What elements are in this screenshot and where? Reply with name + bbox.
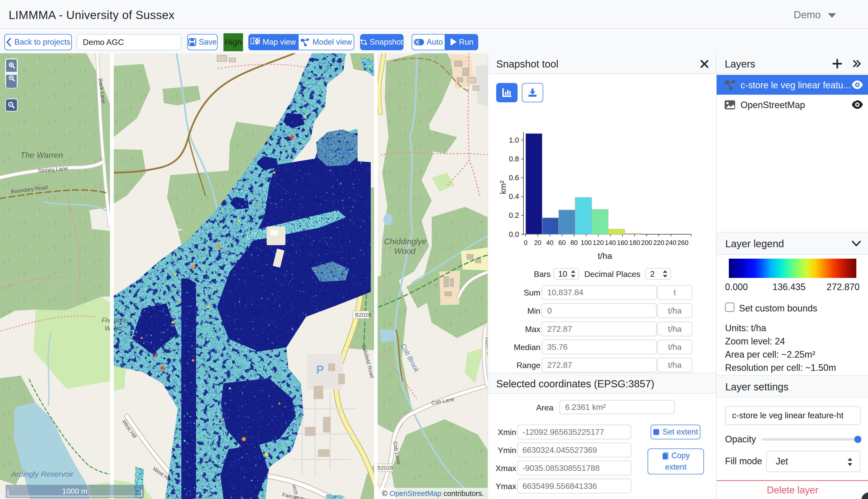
svg-text:200: 200	[641, 239, 652, 246]
svg-text:0.0: 0.0	[509, 230, 519, 238]
svg-text:20: 20	[534, 239, 541, 246]
svg-text:100: 100	[581, 239, 592, 246]
svg-text:240: 240	[665, 239, 676, 246]
svg-text:Fiveacre: Fiveacre	[101, 316, 127, 324]
svg-text:220: 220	[653, 239, 664, 246]
svg-text:80: 80	[570, 239, 578, 246]
svg-text:1.0: 1.0	[509, 136, 519, 144]
svg-text:0.2: 0.2	[509, 211, 519, 219]
svg-text:0: 0	[524, 239, 528, 246]
svg-text:P: P	[316, 363, 324, 376]
svg-text:Wood: Wood	[394, 246, 416, 256]
svg-text:40: 40	[546, 239, 554, 246]
svg-text:180: 180	[629, 239, 640, 246]
svg-text:140: 140	[605, 239, 616, 246]
svg-text:The Warren: The Warren	[20, 150, 63, 160]
svg-text:160: 160	[617, 239, 628, 246]
svg-text:0.6: 0.6	[509, 174, 519, 182]
svg-text:B2028: B2028	[355, 312, 371, 318]
svg-text:120: 120	[593, 239, 604, 246]
svg-text:km²: km²	[498, 181, 508, 194]
svg-text:Ardingly Reservoir: Ardingly Reservoir	[11, 470, 74, 478]
svg-text:260: 260	[677, 239, 688, 246]
svg-text:60: 60	[558, 239, 566, 246]
svg-text:0.8: 0.8	[509, 155, 519, 163]
svg-text:0.4: 0.4	[509, 192, 519, 200]
svg-text:B2028: B2028	[377, 465, 393, 471]
svg-text:t/ha: t/ha	[598, 251, 612, 261]
svg-text:Chiddinglye: Chiddinglye	[384, 237, 426, 246]
